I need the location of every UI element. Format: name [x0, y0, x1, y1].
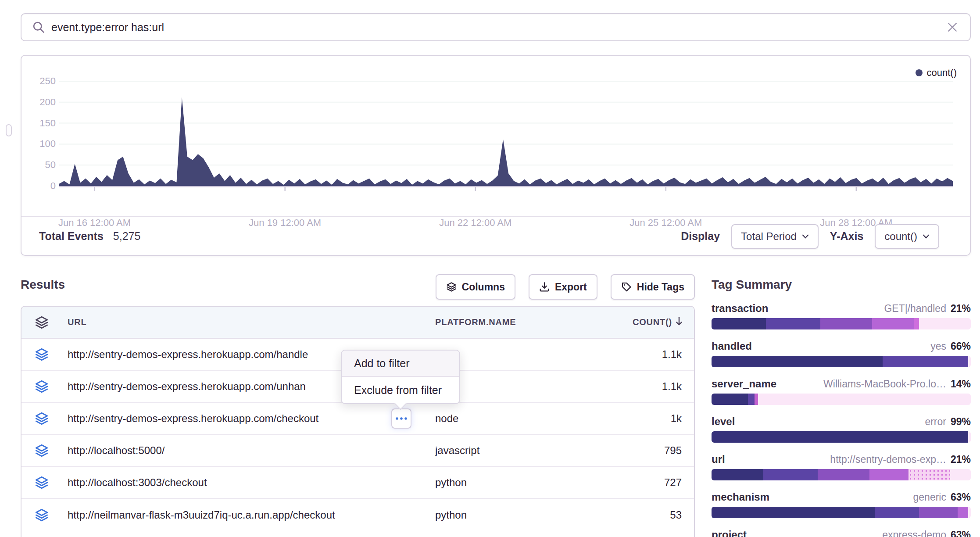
tag-bar-segment: [869, 469, 908, 480]
drawer-handle[interactable]: [6, 124, 12, 136]
tag-name[interactable]: handled: [712, 340, 752, 352]
download-icon: [539, 282, 550, 292]
menu-item-add-to-filter[interactable]: Add to filter: [342, 351, 459, 377]
url-cell[interactable]: http://localhost:3003/checkout: [68, 476, 435, 489]
tag-bar-segment: [875, 507, 919, 518]
tag-row: server_nameWilliams-MacBook-Pro.lo…14%: [712, 378, 971, 405]
platform-cell: node: [435, 412, 571, 425]
tag-bar-segment: [968, 507, 971, 518]
display-dropdown[interactable]: Total Period: [731, 224, 819, 249]
stack-icon: [21, 508, 68, 522]
tag-bar-segment: [919, 318, 971, 329]
tag-percent: 21%: [951, 454, 971, 465]
tag-bar-segment: [872, 318, 914, 329]
tag-bar-segment: [914, 318, 919, 329]
tag-summary-panel: Tag Summary transactionGET|/handled21%ha…: [712, 278, 971, 537]
tag-bar-segment: [818, 469, 869, 480]
tag-distribution-bar[interactable]: [712, 356, 971, 367]
clear-search-icon[interactable]: [946, 21, 959, 33]
tag-row: levelerror99%: [712, 415, 971, 443]
tag-bar-segment: [950, 469, 971, 480]
tag-name[interactable]: transaction: [712, 302, 768, 315]
yaxis-label: Y-Axis: [830, 230, 863, 243]
tag-bar-segment: [748, 394, 755, 405]
ellipsis-icon: [395, 416, 408, 421]
tag-percent: 63%: [951, 491, 971, 503]
tag-summary-title: Tag Summary: [712, 278, 971, 292]
y-axis-tick-label: 250: [26, 75, 56, 87]
table-row[interactable]: http://sentry-demos-express.herokuapp.co…: [21, 403, 694, 435]
tag-name[interactable]: mechanism: [712, 491, 769, 503]
export-button[interactable]: Export: [529, 274, 597, 300]
tag-icon: [621, 282, 632, 292]
search-bar[interactable]: [21, 13, 971, 41]
tag-top-value: Williams-MacBook-Pro.lo…: [823, 378, 946, 390]
tag-distribution-bar[interactable]: [712, 469, 971, 480]
tag-top-value: http://sentry-demos-exp…: [830, 454, 946, 465]
columns-button-label: Columns: [462, 281, 505, 293]
context-menu: Add to filter Exclude from filter: [341, 350, 460, 404]
yaxis-dropdown[interactable]: count(): [875, 224, 939, 249]
tag-distribution-bar[interactable]: [712, 431, 971, 443]
tag-row: handledyes66%: [712, 340, 971, 367]
tag-name[interactable]: server_name: [712, 378, 776, 390]
tag-bar-segment: [968, 431, 971, 443]
export-button-label: Export: [555, 281, 587, 293]
table-row[interactable]: http://neilmanvar-flask-m3uuizd7iq-uc.a.…: [21, 499, 694, 531]
column-header-url[interactable]: URL: [68, 317, 435, 327]
count-cell: 53: [571, 509, 694, 521]
y-axis-tick-label: 0: [26, 180, 56, 192]
tag-percent: 63%: [951, 529, 971, 537]
results-table: URL PLATFORM.NAME COUNT() http://sentry-…: [21, 306, 695, 537]
columns-button[interactable]: Columns: [436, 274, 515, 300]
table-row[interactable]: http://localhost:5000/javascript795: [21, 435, 694, 467]
tag-row: projectexpress-demo63%: [712, 529, 971, 537]
table-row[interactable]: http://localhost:3003/checkoutpython727: [21, 467, 694, 499]
tag-name[interactable]: url: [712, 453, 725, 465]
tag-bar-segment: [712, 356, 883, 367]
tag-row: mechanismgeneric63%: [712, 491, 971, 518]
count-cell: 1k: [571, 412, 694, 425]
hide-tags-button-label: Hide Tags: [637, 281, 684, 293]
url-cell[interactable]: http://localhost:5000/: [68, 444, 435, 457]
legend-label: count(): [927, 67, 957, 79]
search-icon: [32, 21, 45, 34]
stack-icon: [21, 347, 68, 362]
tag-name[interactable]: project: [712, 529, 747, 537]
display-label: Display: [681, 230, 720, 243]
search-input[interactable]: [51, 21, 946, 34]
stack-icon: [21, 379, 68, 394]
tag-bar-segment: [755, 394, 758, 405]
row-actions-button[interactable]: [391, 408, 411, 429]
chart-legend[interactable]: count(): [916, 67, 957, 79]
tag-top-value: generic: [913, 491, 946, 503]
sort-desc-icon: [675, 316, 683, 328]
tag-bar-segment: [712, 394, 748, 405]
url-cell[interactable]: http://sentry-demos-express.herokuapp.co…: [68, 412, 435, 425]
platform-cell: javascript: [435, 444, 571, 457]
tag-percent: 14%: [951, 378, 971, 390]
chevron-down-icon: [802, 234, 809, 239]
count-cell: 795: [571, 444, 694, 457]
total-events-label: Total Events: [39, 230, 104, 243]
tag-bar-segment: [968, 356, 971, 367]
tag-bar-segment: [766, 318, 820, 329]
tag-distribution-bar[interactable]: [712, 507, 971, 518]
tag-name[interactable]: level: [712, 415, 735, 428]
column-header-platform[interactable]: PLATFORM.NAME: [435, 317, 571, 327]
stack-icon: [446, 282, 457, 292]
platform-cell: python: [435, 509, 571, 521]
tag-distribution-bar[interactable]: [712, 318, 971, 329]
tag-rows: transactionGET|/handled21%handledyes66%s…: [712, 302, 971, 537]
events-area-chart[interactable]: [59, 78, 953, 193]
stack-icon: [21, 412, 68, 426]
tag-distribution-bar[interactable]: [712, 394, 971, 405]
column-header-count[interactable]: COUNT(): [571, 316, 694, 328]
stack-icon: [21, 476, 68, 490]
y-axis-tick-label: 100: [26, 138, 56, 150]
tag-bar-segment: [958, 507, 968, 518]
count-cell: 1.1k: [571, 380, 694, 393]
url-cell[interactable]: http://neilmanvar-flask-m3uuizd7iq-uc.a.…: [68, 509, 435, 521]
hide-tags-button[interactable]: Hide Tags: [611, 274, 695, 300]
tag-bar-segment: [908, 469, 950, 480]
